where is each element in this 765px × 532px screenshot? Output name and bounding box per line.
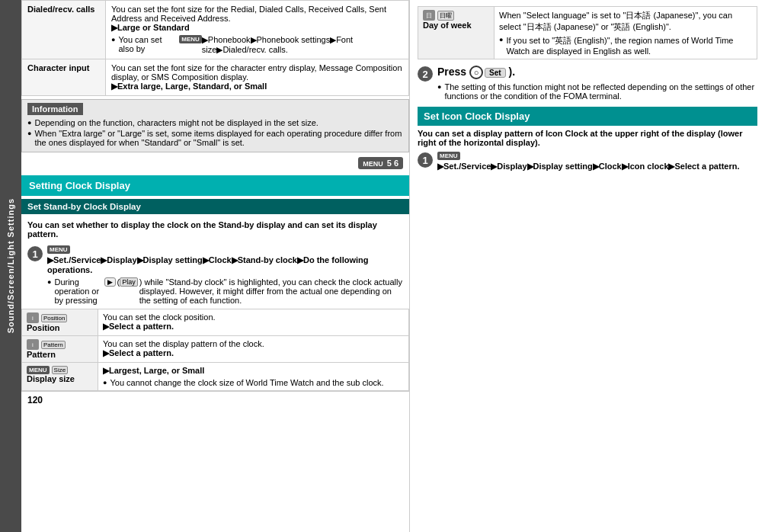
info-box-header: Information xyxy=(27,103,83,115)
standby-clock-subsection-header: Set Stand-by Clock Display xyxy=(21,199,409,214)
play-key-icon: ▶ xyxy=(104,277,116,287)
display-size-bullet: You cannot change the clock size of Worl… xyxy=(103,378,404,387)
main-content: Dialed/recv. calls You can set the font … xyxy=(21,0,765,532)
press-label: Press xyxy=(437,66,466,78)
sidebar: Sound/Screen/Light Settings xyxy=(0,0,21,532)
icon-clock-section-header: Set Icon Clock Display xyxy=(418,107,757,126)
char-input-header: Character input xyxy=(22,59,106,96)
standby-desc: You can set whether to display the clock… xyxy=(21,217,409,242)
table-row-pattern: i Pattern Pattern You can set the displa… xyxy=(22,336,409,363)
setting-clock-section-header: Setting Clock Display xyxy=(21,175,409,196)
step-1: 1 MENU ▶Set./Service▶Display▶Display set… xyxy=(27,245,403,305)
table-row-display-size: MENU Size Display size ▶Largest, Large, … xyxy=(22,363,409,391)
char-input-content: You can set the font size for the charac… xyxy=(106,59,409,96)
pattern-content: You can set the display pattern of the c… xyxy=(98,336,409,363)
page-number: 120 xyxy=(21,391,409,409)
step-3-text: ▶Set./Service▶Display▶Display setting▶Cl… xyxy=(437,162,739,171)
left-column: Dialed/recv. calls You can set the font … xyxy=(21,0,410,532)
columns: Dialed/recv. calls You can set the font … xyxy=(21,0,765,532)
pattern-action: ▶Select a pattern. xyxy=(103,348,174,357)
table-row-position: i Position Position You can set the cloc… xyxy=(22,309,409,336)
step-2-instruction: Press ○ Set ). xyxy=(437,66,757,79)
table-row-day-of-week: 日 日曜 Day of week When "Select language" … xyxy=(418,7,757,59)
step-3-number: 1 xyxy=(418,152,433,168)
menu-numbers-badge: MENU 5 6 xyxy=(358,157,403,169)
display-size-key-cell: MENU Size Display size xyxy=(22,363,98,391)
step-2: 2 Press ○ Set ). The setting of this fun… xyxy=(418,66,757,101)
day-image-label: 日曜 xyxy=(437,11,454,21)
position-action: ▶Select a pattern. xyxy=(103,322,174,331)
press-post: ). xyxy=(509,66,516,78)
press-button-group: ○ Set xyxy=(469,66,506,79)
position-label: Position xyxy=(27,323,93,332)
position-image-label: Position xyxy=(41,314,67,322)
step-2-bullet: The setting of this function might not b… xyxy=(437,82,757,101)
step-1-instruction: MENU ▶Set./Service▶Display▶Display setti… xyxy=(47,245,403,274)
menu-numbers: 5 6 xyxy=(387,159,399,168)
day-of-week-key-cell: 日 日曜 Day of week xyxy=(418,7,495,59)
display-size-menu-icon: MENU xyxy=(27,366,50,374)
icon-clock-desc: You can set a display pattern of Icon Cl… xyxy=(418,129,757,147)
pattern-key-cell: i Pattern Pattern xyxy=(22,336,98,363)
day-of-week-label: Day of week xyxy=(423,21,489,30)
position-key-cell: i Position Position xyxy=(22,309,98,336)
position-content: You can set the clock position. ▶Select … xyxy=(98,309,409,336)
menu-icon-small: MENU xyxy=(363,160,383,168)
position-icon: i xyxy=(27,312,39,323)
step-3-instruction: MENU ▶Set./Service▶Display▶Display setti… xyxy=(437,152,757,171)
pattern-label: Pattern xyxy=(27,350,93,359)
clock-options-table: i Position Position You can set the cloc… xyxy=(21,309,409,391)
dialed-option: ▶Large or Standard xyxy=(111,23,190,32)
sidebar-label: Sound/Screen/Light Settings xyxy=(6,198,15,333)
font-size-table: Dialed/recv. calls You can set the font … xyxy=(21,0,409,96)
day-of-week-content: When "Select language" is set to "日本語 (J… xyxy=(495,7,757,59)
display-size-content: ▶Largest, Large, or Small You cannot cha… xyxy=(98,363,409,391)
dialed-bullet1: You can set also by MENU ▶Phonebook▶Phon… xyxy=(111,35,403,55)
table-row: Character input You can set the font siz… xyxy=(22,59,409,96)
step-1-bullet: During operation or by pressing ▶(Play) … xyxy=(47,277,403,305)
menu-icon: MENU xyxy=(179,35,202,43)
step-3: 1 MENU ▶Set./Service▶Display▶Display set… xyxy=(418,152,757,171)
dialed-header: Dialed/recv. calls xyxy=(22,1,106,59)
right-column: 日 日曜 Day of week When "Select language" … xyxy=(410,0,765,532)
day-icon: 日 xyxy=(423,10,435,21)
play-label: Play xyxy=(120,277,138,287)
position-desc: You can set the clock position. xyxy=(103,312,216,322)
pattern-icon-row: i Pattern xyxy=(27,339,93,350)
display-size-option: ▶Largest, Large, or Small xyxy=(103,366,204,375)
day-of-week-table: 日 日曜 Day of week When "Select language" … xyxy=(418,6,757,59)
step-1-menu-icon: MENU xyxy=(47,245,70,254)
menu-numbers-row: MENU 5 6 xyxy=(21,155,409,171)
pattern-desc: You can set the display pattern of the c… xyxy=(103,339,264,348)
dialed-content: You can set the font size for the Redial… xyxy=(106,1,409,59)
step-2-number: 2 xyxy=(418,66,433,82)
circle-icon: ○ xyxy=(469,66,483,79)
step-2-content: Press ○ Set ). The setting of this funct… xyxy=(437,66,757,101)
day-icon-row: 日 日曜 xyxy=(423,10,489,21)
information-box: Information Depending on the function, c… xyxy=(21,99,409,152)
info-bullet-2: When "Extra large" or "Large" is set, so… xyxy=(27,129,403,147)
info-bullet-1: Depending on the function, characters mi… xyxy=(27,118,403,127)
step-1-number: 1 xyxy=(27,246,43,261)
pattern-icon: i xyxy=(27,339,39,350)
day-bullet: If you set to "英語 (English)", the region… xyxy=(499,35,752,56)
position-icon-row: i Position xyxy=(27,312,93,323)
day-desc: When "Select language" is set to "日本語 (J… xyxy=(499,11,732,31)
set-button: Set xyxy=(485,68,506,78)
table-row: Dialed/recv. calls You can set the font … xyxy=(22,1,409,59)
display-size-icon-row: MENU Size xyxy=(27,366,93,374)
display-size-image-label: Size xyxy=(52,366,69,374)
pattern-image-label: Pattern xyxy=(41,341,66,349)
step-1-content: MENU ▶Set./Service▶Display▶Display setti… xyxy=(47,245,403,305)
step-3-menu-icon: MENU xyxy=(437,152,460,160)
dialed-desc: You can set the font size for the Redial… xyxy=(111,5,386,23)
char-input-option: ▶Extra large, Large, Standard, or Small xyxy=(111,82,267,91)
char-input-desc: You can set the font size for the charac… xyxy=(111,63,402,82)
step-3-content: MENU ▶Set./Service▶Display▶Display setti… xyxy=(437,152,757,171)
display-size-label: Display size xyxy=(27,374,93,383)
step-1-text: ▶Set./Service▶Display▶Display setting▶Cl… xyxy=(47,255,403,274)
